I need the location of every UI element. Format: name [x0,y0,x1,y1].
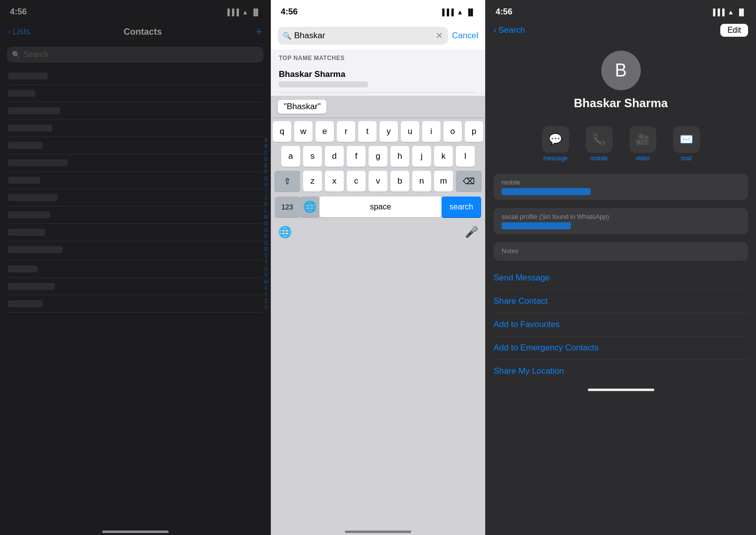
key-l[interactable]: l [456,146,475,167]
list-item[interactable] [8,189,262,206]
video-action[interactable]: 🎥 video [625,126,661,162]
alpha-R[interactable]: R [264,247,268,253]
alpha-M[interactable]: M [264,214,268,220]
key-f[interactable]: f [347,146,366,167]
key-c[interactable]: c [347,171,366,192]
search-back-button[interactable]: ‹ Search [494,25,525,35]
key-backspace[interactable]: ⌫ [456,171,482,192]
alpha-U[interactable]: U [264,266,268,272]
key-globe[interactable]: 🌐 [300,197,319,217]
contacts-search-input[interactable] [23,50,258,59]
key-a[interactable]: a [281,146,300,167]
search-clear-button[interactable]: ✕ [436,30,443,41]
alpha-A[interactable]: A [264,137,268,143]
key-d[interactable]: d [325,146,344,167]
alpha-X[interactable]: X [264,285,268,291]
key-search[interactable]: search [441,197,481,217]
alphabet-index[interactable]: A B C D E F G H I J K L M N O P Q R S T … [264,137,268,311]
alpha-T[interactable]: T [264,260,268,266]
key-g[interactable]: g [369,146,387,167]
cancel-button[interactable]: Cancel [452,31,478,41]
key-globe-bottom[interactable]: 🌐 [275,223,295,241]
result-item[interactable]: Bhaskar Sharma [279,65,477,93]
key-m[interactable]: m [434,171,453,192]
alpha-K[interactable]: K [264,201,268,207]
alpha-B[interactable]: B [264,143,268,149]
list-item[interactable] [8,295,262,313]
message-action[interactable]: 💬 message [538,126,573,162]
key-t[interactable]: t [358,121,377,142]
key-s[interactable]: s [303,146,322,167]
lists-back-button[interactable]: ‹ Lists [8,27,30,37]
key-w[interactable]: w [294,121,313,142]
list-item[interactable] [8,85,262,102]
alpha-F[interactable]: F [264,169,268,175]
share-contact-link[interactable]: Share Contact [494,290,748,313]
list-item[interactable] [8,261,262,278]
alpha-J[interactable]: J [264,195,268,201]
key-e[interactable]: e [315,121,334,142]
key-o[interactable]: o [443,121,462,142]
mobile-action[interactable]: 📞 mobile [581,126,617,162]
key-numbers[interactable]: 123 [275,197,300,217]
list-item[interactable] [8,206,262,224]
key-space[interactable]: space [319,197,441,217]
alpha-Z[interactable]: Z [264,298,268,304]
alpha-W[interactable]: W [264,279,268,285]
key-k[interactable]: k [434,146,453,167]
add-emergency-link[interactable]: Add to Emergency Contacts [494,336,748,360]
alpha-C[interactable]: C [264,150,268,156]
list-item[interactable] [8,172,262,189]
mail-action[interactable]: ✉️ mail [669,126,704,162]
list-item[interactable] [8,154,262,172]
list-item[interactable] [8,102,262,120]
send-message-link[interactable]: Send Message [494,267,748,290]
key-n[interactable]: n [412,171,431,192]
list-item[interactable] [8,120,262,137]
share-location-link[interactable]: Share My Location [494,360,748,383]
key-q[interactable]: q [273,121,291,142]
alpha-G[interactable]: G [264,176,268,182]
key-b[interactable]: b [390,171,409,192]
list-item[interactable] [8,224,262,241]
key-z[interactable]: z [303,171,322,192]
edit-button[interactable]: Edit [720,24,748,37]
alpha-P[interactable]: P [264,234,268,240]
key-u[interactable]: u [401,121,419,142]
key-mic[interactable]: 🎤 [461,223,481,241]
key-r[interactable]: r [337,121,355,142]
keyboard-suggestion[interactable]: "Bhaskar" [278,100,326,114]
add-favourites-link[interactable]: Add to Favourites [494,313,748,336]
list-item[interactable] [8,241,262,261]
alpha-S[interactable]: S [264,253,268,259]
contacts-search-bar[interactable]: 🔍 [7,47,263,63]
key-x[interactable]: x [325,171,344,192]
alpha-N[interactable]: N [264,221,268,227]
mobile-icon: 📞 [586,126,613,153]
alpha-D[interactable]: D [264,156,268,162]
search-input-wrap[interactable]: 🔍 ✕ [278,27,448,45]
key-i[interactable]: i [422,121,441,142]
key-y[interactable]: y [379,121,398,142]
list-item[interactable] [8,278,262,295]
key-h[interactable]: h [390,146,409,167]
list-item[interactable] [8,67,262,85]
alpha-E[interactable]: E [264,163,268,169]
alpha-V[interactable]: V [264,272,268,278]
alpha-I[interactable]: I [264,189,268,195]
key-shift[interactable]: ⇧ [274,171,300,192]
avatar: B [601,51,641,90]
key-p[interactable]: p [465,121,483,142]
alpha-Q[interactable]: Q [264,240,268,246]
status-icons-center: ▐▐▐ ▲ ▐▌ [440,8,475,16]
alpha-L[interactable]: L [264,208,268,214]
alpha-O[interactable]: O [264,227,268,233]
alpha-hash[interactable]: # [264,305,268,311]
key-j[interactable]: j [412,146,431,167]
add-contact-button[interactable]: + [255,25,262,39]
list-item[interactable] [8,137,262,154]
key-v[interactable]: v [369,171,387,192]
search-text-input[interactable] [294,31,433,41]
alpha-Y[interactable]: Y [264,292,268,298]
alpha-H[interactable]: H [264,182,268,188]
